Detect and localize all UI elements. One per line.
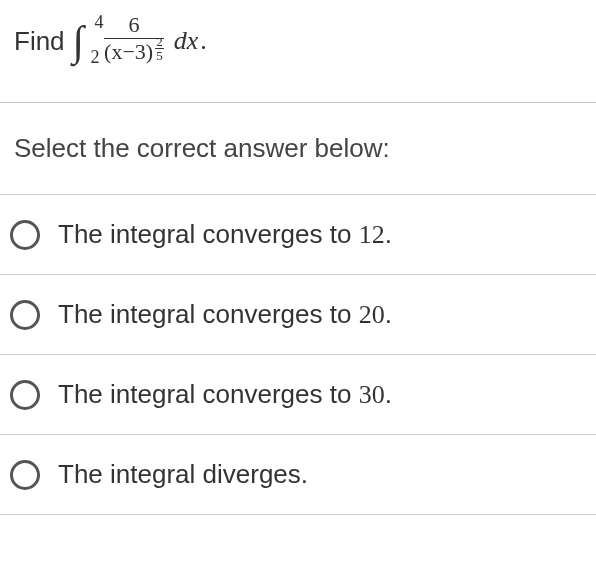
integral-expression: ∫ 4 2 6 (x−3) 2 5 dx.: [73, 14, 207, 68]
find-label: Find: [14, 26, 65, 57]
question-stem: Find ∫ 4 2 6 (x−3) 2 5 dx.: [0, 0, 596, 82]
option-value: 20: [359, 300, 385, 329]
option-2[interactable]: The integral converges to 30.: [0, 355, 596, 435]
option-text: The integral diverges.: [58, 459, 308, 490]
integral-symbol: ∫: [73, 20, 85, 62]
exponent-fraction: 2 5: [155, 35, 164, 62]
option-0[interactable]: The integral converges to 12.: [0, 195, 596, 275]
period: .: [200, 26, 207, 56]
option-text: The integral converges to 30.: [58, 379, 392, 410]
option-prefix: The integral diverges.: [58, 459, 308, 489]
denominator: (x−3) 2 5: [104, 39, 164, 68]
radio-icon: [10, 380, 40, 410]
option-prefix: The integral converges to: [58, 379, 359, 409]
option-suffix: .: [385, 299, 392, 329]
option-1[interactable]: The integral converges to 20.: [0, 275, 596, 355]
instruction-text: Select the correct answer below:: [14, 133, 582, 164]
option-prefix: The integral converges to: [58, 219, 359, 249]
upper-bound: 4: [95, 12, 104, 33]
option-value: 12: [359, 220, 385, 249]
options-list: The integral converges to 12. The integr…: [0, 195, 596, 515]
exponent-top: 2: [155, 35, 164, 48]
option-value: 30: [359, 380, 385, 409]
option-text: The integral converges to 12.: [58, 219, 392, 250]
radio-icon: [10, 220, 40, 250]
option-prefix: The integral converges to: [58, 299, 359, 329]
lower-bound: 2: [91, 47, 100, 68]
integrand-fraction: 6 (x−3) 2 5: [104, 14, 164, 68]
dx: dx: [174, 26, 199, 56]
option-3[interactable]: The integral diverges.: [0, 435, 596, 515]
option-text: The integral converges to 20.: [58, 299, 392, 330]
option-suffix: .: [385, 219, 392, 249]
integral-symbol-wrap: ∫ 4 2: [73, 20, 85, 62]
radio-icon: [10, 460, 40, 490]
option-suffix: .: [385, 379, 392, 409]
numerator: 6: [122, 14, 145, 38]
instruction-section: Select the correct answer below:: [0, 102, 596, 195]
radio-icon: [10, 300, 40, 330]
exponent-bot: 5: [155, 49, 164, 62]
denominator-base: (x−3): [104, 41, 153, 63]
